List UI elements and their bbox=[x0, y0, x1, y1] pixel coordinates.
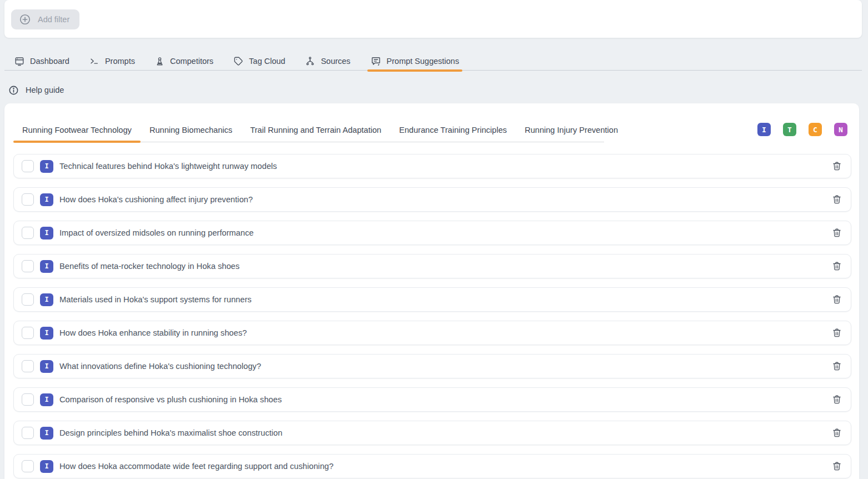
topic-tab[interactable]: Running Footwear Technology bbox=[13, 122, 141, 142]
topic-tab-label: Running Biomechanics bbox=[149, 126, 232, 134]
category-badge-letter: T bbox=[787, 126, 792, 134]
prompt-category-badge: I bbox=[40, 193, 53, 206]
delete-prompt-button[interactable] bbox=[831, 327, 843, 339]
filter-bar: Add filter bbox=[4, 0, 862, 38]
trash-icon bbox=[832, 395, 842, 405]
prompt-row[interactable]: I Design principles behind Hoka's maxima… bbox=[13, 421, 851, 445]
primary-tab-label: Competitors bbox=[170, 57, 213, 66]
prompt-checkbox[interactable] bbox=[22, 227, 34, 239]
prompt-row[interactable]: I How does Hoka enhance stability in run… bbox=[13, 321, 851, 345]
prompt-checkbox[interactable] bbox=[22, 327, 34, 339]
primary-tab-label: Prompt Suggestions bbox=[387, 57, 460, 66]
delete-prompt-button[interactable] bbox=[831, 393, 843, 406]
prompt-checkbox[interactable] bbox=[22, 160, 34, 172]
prompt-row[interactable]: I Materials used in Hoka's support syste… bbox=[13, 287, 851, 312]
prompt-row[interactable]: I How does Hoka accommodate wide feet re… bbox=[13, 454, 851, 478]
primary-tab[interactable]: Prompt Suggestions bbox=[371, 52, 460, 70]
delete-prompt-button[interactable] bbox=[831, 460, 843, 472]
prompt-category-badge: I bbox=[40, 427, 53, 440]
chat-suggestion-icon bbox=[371, 56, 381, 67]
prompt-category-letter: I bbox=[44, 196, 48, 203]
primary-tab[interactable]: Prompts bbox=[89, 52, 135, 70]
delete-prompt-button[interactable] bbox=[831, 360, 843, 372]
category-badge[interactable]: I bbox=[757, 123, 771, 136]
category-badge-letter: N bbox=[839, 126, 843, 134]
terminal-icon bbox=[89, 56, 99, 66]
primary-tab-bar: Dashboard Prompts Competitors Tag Cloud … bbox=[4, 52, 862, 71]
branch-icon bbox=[305, 56, 315, 66]
category-badge-letter: I bbox=[762, 126, 766, 134]
prompt-category-letter: I bbox=[44, 229, 48, 237]
delete-prompt-button[interactable] bbox=[831, 227, 843, 239]
add-filter-button[interactable]: Add filter bbox=[11, 9, 79, 29]
add-filter-label: Add filter bbox=[38, 15, 69, 24]
prompt-row[interactable]: I How does Hoka's cushioning affect inju… bbox=[13, 187, 851, 212]
category-badge[interactable]: T bbox=[783, 123, 796, 136]
primary-tab[interactable]: Sources bbox=[305, 52, 350, 70]
primary-tab-label: Dashboard bbox=[30, 57, 69, 66]
topic-tab[interactable]: Endurance Training Principles bbox=[390, 122, 516, 142]
topic-tab[interactable]: Running Injury Prevention bbox=[516, 122, 627, 142]
prompt-checkbox[interactable] bbox=[22, 293, 34, 306]
category-badge[interactable]: C bbox=[809, 123, 822, 136]
delete-prompt-button[interactable] bbox=[831, 193, 843, 206]
prompt-category-letter: I bbox=[44, 329, 48, 337]
chess-pawn-icon bbox=[155, 57, 164, 66]
plus-circle-icon bbox=[19, 13, 31, 26]
primary-tab[interactable]: Dashboard bbox=[14, 52, 69, 70]
prompt-text: Materials used in Hoka's support systems… bbox=[59, 295, 252, 304]
prompt-checkbox[interactable] bbox=[22, 460, 34, 472]
prompt-text: How does Hoka's cushioning affect injury… bbox=[59, 195, 253, 204]
trash-icon bbox=[832, 228, 842, 238]
trash-icon bbox=[832, 194, 842, 204]
prompt-text: Design principles behind Hoka's maximali… bbox=[59, 428, 282, 437]
trash-icon bbox=[832, 295, 842, 305]
topic-tab-label: Trail Running and Terrain Adaptation bbox=[250, 126, 381, 134]
category-legend: I T C N bbox=[757, 123, 847, 136]
prompt-checkbox[interactable] bbox=[22, 360, 34, 372]
trash-icon bbox=[832, 161, 842, 171]
help-guide-link[interactable]: Help guide bbox=[8, 83, 64, 97]
primary-tab-label: Prompts bbox=[105, 57, 135, 66]
prompt-text: What innovations define Hoka's cushionin… bbox=[59, 362, 261, 371]
prompt-text: Comparison of responsive vs plush cushio… bbox=[59, 395, 282, 404]
prompt-checkbox[interactable] bbox=[22, 260, 34, 272]
category-badge-letter: C bbox=[813, 126, 817, 134]
prompt-row[interactable]: I What innovations define Hoka's cushion… bbox=[13, 354, 851, 378]
prompt-category-letter: I bbox=[44, 162, 48, 170]
topic-tab-bar: Running Footwear Technology Running Biom… bbox=[13, 122, 604, 142]
dashboard-icon bbox=[14, 56, 24, 66]
prompt-row[interactable]: I Impact of oversized midsoles on runnin… bbox=[13, 221, 851, 245]
primary-tab[interactable]: Tag Cloud bbox=[233, 52, 285, 70]
prompt-category-letter: I bbox=[44, 429, 48, 437]
topic-tab-label: Endurance Training Principles bbox=[399, 126, 507, 134]
prompt-category-letter: I bbox=[44, 462, 48, 470]
topic-tab[interactable]: Trail Running and Terrain Adaptation bbox=[241, 122, 390, 142]
info-icon bbox=[8, 85, 19, 96]
prompt-category-badge: I bbox=[40, 360, 53, 373]
delete-prompt-button[interactable] bbox=[831, 260, 843, 272]
prompt-row[interactable]: I Technical features behind Hoka's light… bbox=[13, 154, 851, 178]
prompt-category-badge: I bbox=[40, 160, 53, 173]
prompt-checkbox[interactable] bbox=[22, 393, 34, 406]
trash-icon bbox=[832, 428, 842, 438]
category-badge[interactable]: N bbox=[834, 123, 847, 136]
topic-tab[interactable]: Running Biomechanics bbox=[141, 122, 241, 142]
delete-prompt-button[interactable] bbox=[831, 160, 843, 172]
prompt-text: Benefits of meta-rocker technology in Ho… bbox=[59, 262, 240, 271]
prompt-category-badge: I bbox=[40, 227, 53, 240]
prompt-checkbox[interactable] bbox=[22, 193, 34, 206]
topic-tab-label: Running Injury Prevention bbox=[525, 126, 618, 134]
prompt-checkbox[interactable] bbox=[22, 427, 34, 439]
prompt-category-badge: I bbox=[40, 327, 53, 340]
primary-tab[interactable]: Competitors bbox=[155, 52, 213, 70]
primary-tab-label: Tag Cloud bbox=[249, 57, 285, 66]
prompt-row[interactable]: I Benefits of meta-rocker technology in … bbox=[13, 254, 851, 278]
tag-icon bbox=[233, 56, 243, 66]
trash-icon bbox=[832, 461, 842, 471]
delete-prompt-button[interactable] bbox=[831, 293, 843, 306]
delete-prompt-button[interactable] bbox=[831, 427, 843, 439]
prompt-category-badge: I bbox=[40, 393, 53, 406]
prompt-text: How does Hoka accommodate wide feet rega… bbox=[59, 462, 333, 471]
prompt-row[interactable]: I Comparison of responsive vs plush cush… bbox=[13, 387, 851, 412]
